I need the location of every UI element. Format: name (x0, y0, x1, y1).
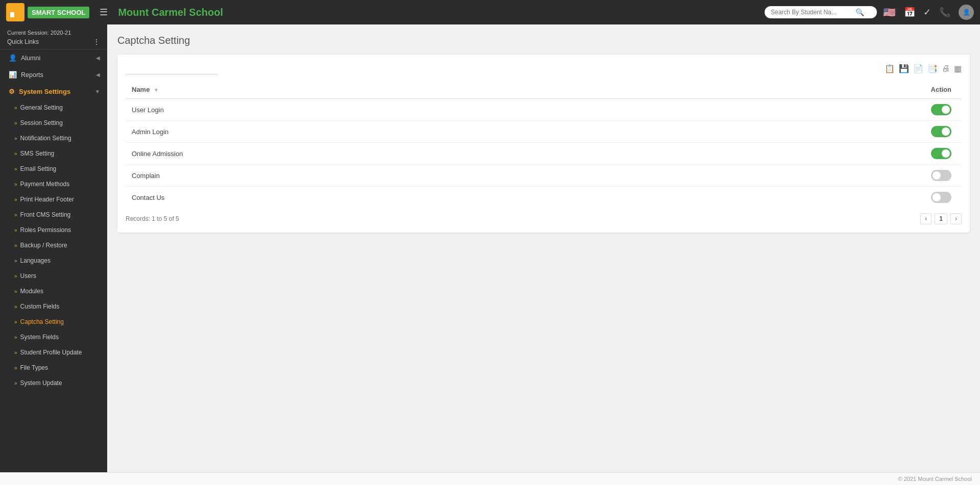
alumni-icon: 👤 (9, 54, 17, 62)
search-input[interactable] (771, 9, 852, 16)
flag-icon[interactable]: 🇺🇸 (883, 6, 896, 18)
bullet-icon: » (14, 380, 17, 386)
table-row: Online Admission (126, 143, 962, 165)
next-page-button[interactable]: › (950, 213, 962, 224)
csv-icon[interactable]: 📄 (913, 64, 923, 73)
sidebar-item-alumni[interactable]: 👤 Alumni ◀ (0, 49, 107, 66)
sidebar-sub-item-13[interactable]: » Custom Fields (0, 299, 107, 314)
sort-icon[interactable]: ▼ (154, 87, 159, 93)
sidebar-sub-item-5[interactable]: » Payment Methods (0, 176, 107, 192)
sidebar-sub-item-label-4: Email Setting (20, 165, 57, 172)
sidebar-sub-item-label-3: SMS Setting (20, 150, 55, 157)
pagination[interactable]: ‹ 1 › (920, 213, 962, 224)
table-toolbar: 📋 💾 📄 📑 🖨 ▦ (126, 63, 962, 74)
sidebar-sub-item-6[interactable]: » Print Header Footer (0, 192, 107, 207)
toggle-3[interactable] (931, 170, 951, 181)
sidebar-sub-item-9[interactable]: » Backup / Restore (0, 238, 107, 253)
toggle-1[interactable] (931, 126, 951, 137)
checkmark-icon[interactable]: ✓ (923, 7, 931, 18)
sidebar-sub-item-label-12: Modules (20, 288, 43, 295)
footer-text: © 2021 Mount Carmel School (898, 476, 972, 482)
sidebar-sub-item-label-10: Languages (20, 257, 51, 264)
avatar[interactable]: 👤 (959, 5, 974, 20)
toggle-2[interactable] (931, 148, 951, 159)
bullet-icon: » (14, 304, 17, 310)
search-icon[interactable]: 🔍 (855, 8, 864, 16)
col-action: Action (654, 81, 962, 99)
toggle-4[interactable] (931, 192, 951, 203)
bullet-icon: » (14, 243, 17, 248)
table-header: Name ▼ Action (126, 81, 962, 99)
sidebar-sub-item-14[interactable]: » Captcha Setting (0, 314, 107, 329)
cell-action-3[interactable] (654, 165, 962, 187)
copy-icon[interactable]: 📋 (885, 64, 895, 73)
sidebar-sub-item-18[interactable]: » System Update (0, 375, 107, 391)
session-label: Current Session: 2020-21 (7, 30, 100, 36)
columns-icon[interactable]: ▦ (954, 64, 962, 73)
table-search-input[interactable] (126, 63, 217, 74)
print-icon[interactable]: 🖨 (942, 64, 950, 73)
cell-action-0[interactable] (654, 99, 962, 121)
bullet-icon: » (14, 365, 17, 371)
sidebar-sub-item-label-9: Backup / Restore (20, 242, 67, 249)
sidebar-sub-item-2[interactable]: » Notification Setting (0, 131, 107, 146)
calendar-icon[interactable]: 📅 (904, 7, 915, 18)
sidebar-item-system-settings-label: System Settings (19, 88, 70, 95)
sidebar-sub-item-0[interactable]: » General Setting (0, 100, 107, 115)
sidebar-sub-item-7[interactable]: » Front CMS Setting (0, 207, 107, 222)
sidebar-item-reports[interactable]: 📊 Reports ◀ (0, 66, 107, 83)
sidebar-sub-item-17[interactable]: » File Types (0, 360, 107, 375)
toggle-slider-2 (931, 148, 951, 159)
svg-marker-1 (10, 7, 20, 12)
logo-icon (6, 3, 24, 21)
sidebar-sub-item-8[interactable]: » Roles Permissions (0, 222, 107, 238)
sidebar-sub-item-11[interactable]: » Users (0, 268, 107, 284)
settings-arrow: ▼ (95, 89, 100, 94)
cell-name-4: Contact Us (126, 187, 654, 209)
search-box[interactable]: 🔍 (765, 6, 877, 18)
whatsapp-icon[interactable]: 📞 (939, 7, 950, 18)
sidebar-sub-item-4[interactable]: » Email Setting (0, 161, 107, 176)
grid-icon[interactable]: ⋮ (93, 38, 100, 46)
table-body: User Login Admin Login Online Admission (126, 99, 962, 209)
sidebar-item-system-settings[interactable]: ⚙ System Settings ▼ (0, 83, 107, 100)
cell-name-3: Complain (126, 165, 654, 187)
cell-action-1[interactable] (654, 121, 962, 143)
bullet-icon: » (14, 136, 17, 141)
sidebar: Current Session: 2020-21 Quick Links ⋮ 👤… (0, 24, 107, 472)
hamburger-icon[interactable]: ☰ (100, 7, 108, 18)
table-actions: 📋 💾 📄 📑 🖨 ▦ (885, 64, 962, 73)
sidebar-sub-item-label-7: Front CMS Setting (20, 211, 71, 218)
toggle-0[interactable] (931, 104, 951, 115)
bullet-icon: » (14, 258, 17, 264)
reports-arrow: ◀ (96, 72, 100, 78)
sidebar-sub-item-15[interactable]: » System Fields (0, 329, 107, 345)
logo-area: SMART SCHOOL (6, 3, 89, 21)
cell-action-2[interactable] (654, 143, 962, 165)
toggle-slider-0 (931, 104, 951, 115)
pdf-icon[interactable]: 📑 (927, 64, 938, 73)
svg-rect-0 (10, 12, 14, 17)
sidebar-sub-item-12[interactable]: » Modules (0, 284, 107, 299)
page-title: Captcha Setting (117, 35, 970, 46)
prev-page-button[interactable]: ‹ (920, 213, 932, 224)
toggle-slider-4 (931, 192, 951, 203)
cell-action-4[interactable] (654, 187, 962, 209)
sidebar-sub-item-label-14: Captcha Setting (20, 318, 64, 325)
sidebar-item-reports-label: Reports (21, 71, 43, 79)
table-row: User Login (126, 99, 962, 121)
bullet-icon: » (14, 227, 17, 233)
sidebar-sub-item-16[interactable]: » Student Profile Update (0, 345, 107, 360)
bullet-icon: » (14, 335, 17, 340)
sidebar-sub-item-label-15: System Fields (20, 334, 59, 341)
bullet-icon: » (14, 212, 17, 218)
excel-icon[interactable]: 💾 (899, 64, 909, 73)
bullet-icon: » (14, 319, 17, 325)
sidebar-sub-item-3[interactable]: » SMS Setting (0, 146, 107, 161)
sidebar-sub-item-1[interactable]: » Session Setting (0, 115, 107, 131)
sidebar-sub-item-10[interactable]: » Languages (0, 253, 107, 268)
table-row: Admin Login (126, 121, 962, 143)
table-search[interactable] (126, 63, 217, 74)
top-nav: SMART SCHOOL ☰ Mount Carmel School 🔍 🇺🇸 … (0, 0, 980, 24)
page-1-button[interactable]: 1 (935, 213, 947, 224)
